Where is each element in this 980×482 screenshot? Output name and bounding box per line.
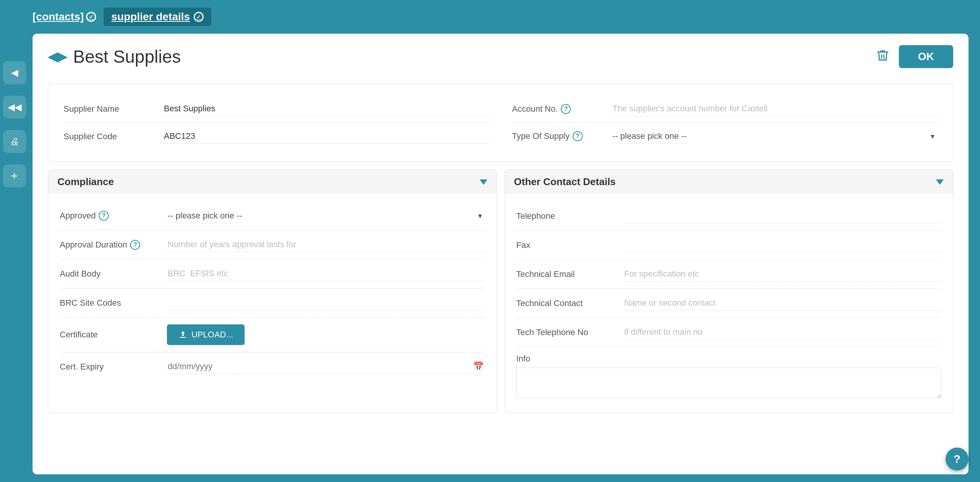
approval-duration-help-icon[interactable]: ? xyxy=(130,240,140,250)
help-bubble-icon: ? xyxy=(954,453,960,466)
contacts-check-icon: ✓ xyxy=(86,12,96,22)
compliance-body: Approved ? -- please pick one -- Approva… xyxy=(48,194,497,389)
compliance-section: Compliance Approved ? -- please pick one… xyxy=(48,169,497,413)
tech-telephone-label: Tech Telephone No xyxy=(516,327,624,337)
audit-body-label: Audit Body xyxy=(60,269,167,279)
back-double-icon: ◀◀ xyxy=(8,102,21,112)
basic-info-right: Account No. ? Type Of Supply ? -- please xyxy=(512,95,938,150)
back-double-button[interactable]: ◀◀ xyxy=(3,96,26,119)
supplier-details-check-icon: ✓ xyxy=(194,12,204,22)
technical-email-label: Technical Email xyxy=(516,269,624,279)
info-textarea[interactable] xyxy=(516,368,942,398)
account-no-label: Account No. ? xyxy=(512,104,612,114)
info-row: Info xyxy=(516,347,942,405)
lower-grid: Compliance Approved ? -- please pick one… xyxy=(48,169,953,413)
basic-info-left: Supplier Name Supplier Code xyxy=(64,95,489,150)
approval-duration-input[interactable] xyxy=(167,237,485,252)
ok-button[interactable]: OK xyxy=(899,45,953,68)
add-button[interactable]: + xyxy=(3,164,26,187)
compliance-collapse-button[interactable] xyxy=(480,179,487,185)
top-nav: [contacts] ✓ supplier details ✓ xyxy=(33,8,969,26)
cert-expiry-row: Cert. Expiry 📅 xyxy=(60,352,485,381)
technical-contact-row: Technical Contact xyxy=(516,289,942,318)
technical-contact-input[interactable] xyxy=(624,296,942,311)
approved-row: Approved ? -- please pick one -- xyxy=(60,202,485,230)
supplier-code-label: Supplier Code xyxy=(64,132,163,142)
approved-select[interactable]: -- please pick one -- xyxy=(167,208,243,223)
print-icon: 🖨 xyxy=(10,136,19,147)
tech-telephone-input[interactable] xyxy=(624,325,942,340)
other-contact-body: Telephone Fax Technical Email Technical … xyxy=(505,194,953,413)
supplier-details-label: supplier details xyxy=(111,11,190,23)
type-of-supply-select[interactable]: -- please pick one -- xyxy=(612,129,688,143)
approval-duration-row: Approval Duration ? xyxy=(60,230,485,259)
supplier-name-input[interactable] xyxy=(163,101,489,116)
back-icon: ◀ xyxy=(11,67,18,78)
sidebar: ◀ ◀◀ 🖨 + xyxy=(0,0,29,482)
add-icon: + xyxy=(11,169,18,182)
account-no-input[interactable] xyxy=(612,101,938,116)
approved-select-wrapper: -- please pick one -- xyxy=(167,208,485,223)
type-of-supply-label: Type Of Supply ? xyxy=(512,131,612,141)
approved-label: Approved ? xyxy=(60,211,167,221)
certificate-label: Certificate xyxy=(60,330,167,340)
tech-telephone-row: Tech Telephone No xyxy=(516,318,942,347)
technical-email-row: Technical Email xyxy=(516,260,942,289)
account-no-help-icon[interactable]: ? xyxy=(561,104,571,114)
other-contact-collapse-button[interactable] xyxy=(936,179,944,185)
brc-site-codes-row: BRC Site Codes xyxy=(60,288,485,318)
form-card: ◀▶ Best Supplies OK xyxy=(33,34,969,474)
cert-expiry-input[interactable] xyxy=(167,359,485,374)
title-actions: OK xyxy=(873,45,953,68)
svg-rect-0 xyxy=(180,337,186,338)
contacts-label: [contacts] xyxy=(33,11,84,23)
basic-info-grid: Supplier Name Supplier Code Account No. … xyxy=(64,95,938,150)
telephone-input[interactable] xyxy=(624,208,942,223)
info-label: Info xyxy=(516,354,624,364)
back-button[interactable]: ◀ xyxy=(3,61,26,84)
technical-email-input[interactable] xyxy=(624,267,942,282)
title-nav: ◀▶ Best Supplies xyxy=(48,46,181,67)
main-area: [contacts] ✓ supplier details ✓ ◀▶ Best … xyxy=(29,0,980,482)
approval-duration-label: Approval Duration ? xyxy=(60,240,167,250)
type-of-supply-select-wrapper: -- please pick one -- xyxy=(612,129,938,143)
type-of-supply-help-icon[interactable]: ? xyxy=(573,131,583,141)
supplier-code-row: Supplier Code xyxy=(64,123,489,150)
telephone-label: Telephone xyxy=(516,211,624,221)
brc-site-codes-label: BRC Site Codes xyxy=(60,298,167,308)
supplier-name-row: Supplier Name xyxy=(64,95,489,123)
print-button[interactable]: 🖨 xyxy=(3,130,26,153)
other-contact-title: Other Contact Details xyxy=(514,176,616,188)
cert-expiry-wrapper: 📅 xyxy=(167,359,485,374)
cert-expiry-label: Cert. Expiry xyxy=(60,362,167,372)
supplier-name-label: Supplier Name xyxy=(64,104,163,114)
brc-site-codes-input[interactable] xyxy=(167,295,485,310)
audit-body-input[interactable] xyxy=(167,266,485,281)
telephone-row: Telephone xyxy=(516,202,942,231)
upload-button[interactable]: UPLOAD... xyxy=(167,324,245,345)
fax-input[interactable] xyxy=(624,238,942,252)
supplier-details-nav-link[interactable]: supplier details ✓ xyxy=(104,8,211,26)
nav-arrows[interactable]: ◀▶ xyxy=(48,49,67,64)
type-of-supply-row: Type Of Supply ? -- please pick one -- xyxy=(512,123,938,150)
technical-contact-label: Technical Contact xyxy=(516,298,624,308)
delete-button[interactable] xyxy=(873,46,893,68)
contacts-nav-link[interactable]: [contacts] ✓ xyxy=(33,11,96,23)
fax-label: Fax xyxy=(516,240,624,250)
supplier-code-input[interactable] xyxy=(163,129,489,144)
page-title: Best Supplies xyxy=(73,46,181,67)
help-bubble[interactable]: ? xyxy=(946,448,969,471)
upload-icon xyxy=(178,330,188,339)
compliance-title: Compliance xyxy=(57,176,114,188)
fax-row: Fax xyxy=(516,231,942,260)
other-contact-header: Other Contact Details xyxy=(505,170,953,194)
account-no-row: Account No. ? xyxy=(512,95,938,123)
basic-info-section: Supplier Name Supplier Code Account No. … xyxy=(48,83,953,162)
title-row: ◀▶ Best Supplies OK xyxy=(48,45,953,72)
trash-icon xyxy=(876,49,890,62)
other-contact-section: Other Contact Details Telephone Fax Tech… xyxy=(505,169,954,413)
certificate-row: Certificate UPLOAD... xyxy=(60,318,485,352)
audit-body-row: Audit Body xyxy=(60,259,485,288)
compliance-header: Compliance xyxy=(48,170,497,194)
approved-help-icon[interactable]: ? xyxy=(99,211,109,221)
